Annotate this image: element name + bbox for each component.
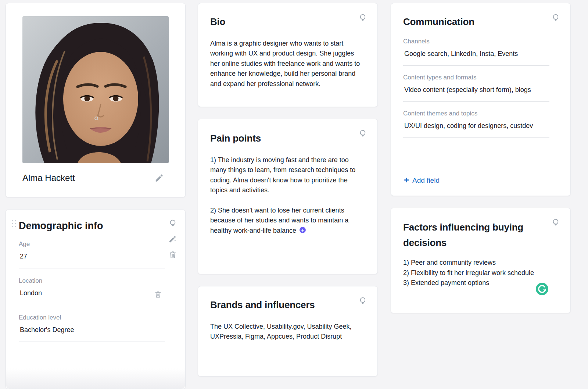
lightbulb-hint-icon[interactable]: [358, 296, 367, 306]
field-education-label: Education level: [19, 314, 165, 321]
bio-card-title: Bio: [210, 14, 365, 30]
field-location-value[interactable]: London: [19, 289, 165, 305]
lightbulb-hint-icon[interactable]: [551, 218, 560, 227]
bio-card: Bio Alma is a graphic designer who wants…: [198, 3, 378, 107]
column-right: Communication Channels Google search, Li…: [391, 3, 571, 313]
demographic-info-card: Demographic info Age 27 Location London …: [6, 210, 186, 389]
brands-influencers-card: Brands and influencers The UX Collective…: [198, 286, 378, 376]
bio-text[interactable]: Alma is a graphic designer who wants to …: [210, 39, 365, 89]
field-location-label: Location: [19, 277, 165, 285]
add-field-label: Add field: [412, 176, 440, 185]
field-age-value[interactable]: 27: [19, 253, 165, 268]
persona-name-row: Alma Hackett: [22, 173, 169, 183]
buying-factor-2: 2) Flexibility to fit her irregular work…: [403, 268, 558, 278]
pain-points-paragraph-2[interactable]: 2) She doesn't want to lose her current …: [210, 206, 365, 236]
field-content-types: Content types and formats Video content …: [403, 74, 558, 102]
field-content-types-value[interactable]: Video content (especially short form), b…: [403, 86, 549, 102]
buying-factors-card-title: Factors influencing buying decisions: [403, 220, 558, 250]
communication-card-title: Communication: [403, 14, 558, 30]
communication-card: Communication Channels Google search, Li…: [391, 3, 571, 196]
field-education-value[interactable]: Bachelor's Degree: [19, 326, 165, 342]
field-channels: Channels Google search, LinkedIn, Insta,…: [403, 38, 558, 66]
trash-icon[interactable]: [168, 250, 177, 259]
buying-factors-text[interactable]: 1) Peer and community reviews 2) Flexibi…: [403, 258, 558, 288]
demographic-card-title: Demographic info: [19, 220, 172, 232]
field-age-label: Age: [19, 240, 165, 248]
plus-icon[interactable]: +: [300, 227, 306, 233]
lightbulb-hint-icon[interactable]: [551, 13, 560, 22]
field-location: Location London: [19, 277, 165, 305]
magic-wand-icon[interactable]: [168, 235, 177, 243]
persona-photo-card: Alma Hackett: [6, 3, 186, 197]
lightbulb-hint-icon[interactable]: [358, 13, 367, 22]
edit-name-pencil-icon[interactable]: [154, 173, 164, 183]
buying-factors-card: Factors influencing buying decisions 1) …: [391, 208, 571, 313]
field-education: Education level Bachelor's Degree: [19, 314, 165, 342]
column-middle: Bio Alma is a graphic designer who wants…: [198, 3, 378, 376]
grammarly-icon[interactable]: [536, 283, 548, 295]
field-channels-label: Channels: [403, 38, 558, 45]
brands-text[interactable]: The UX Collective, Usability.gov, Usabil…: [210, 322, 365, 342]
pain-points-card-title: Pain points: [210, 131, 365, 146]
demographic-card-toolbar: [168, 219, 177, 259]
field-content-types-label: Content types and formats: [403, 74, 558, 81]
brands-card-title: Brands and influencers: [210, 297, 365, 313]
drag-handle-icon[interactable]: [12, 220, 16, 227]
persona-photo[interactable]: [22, 16, 169, 163]
persona-name: Alma Hackett: [22, 173, 75, 183]
column-left: Alma Hackett Demographic info Age 27 Loc…: [6, 3, 186, 389]
portrait-illustration: [22, 16, 169, 163]
pain-points-paragraph-2-text: 2) She doesn't want to lose her current …: [210, 207, 348, 234]
lightbulb-hint-icon[interactable]: [168, 219, 177, 228]
add-field-button[interactable]: + Add field: [404, 176, 440, 185]
field-age: Age 27: [19, 240, 165, 268]
field-content-themes-value[interactable]: UX/UI design, coding for designers, cust…: [403, 122, 549, 138]
field-content-themes: Content themes and topics UX/UI design, …: [403, 110, 558, 138]
pain-points-paragraph-1[interactable]: 1) The industry is moving fast and there…: [210, 155, 365, 196]
trash-icon[interactable]: [154, 290, 162, 299]
buying-factor-1: 1) Peer and community reviews: [403, 258, 558, 268]
plus-icon: +: [404, 176, 409, 185]
pain-points-card: Pain points 1) The industry is moving fa…: [198, 119, 378, 274]
lightbulb-hint-icon[interactable]: [358, 129, 367, 138]
buying-factor-3: 3) Extended payment options: [403, 278, 558, 288]
field-channels-value[interactable]: Google search, LinkedIn, Insta, Events: [403, 50, 549, 66]
field-content-themes-label: Content themes and topics: [403, 110, 558, 117]
